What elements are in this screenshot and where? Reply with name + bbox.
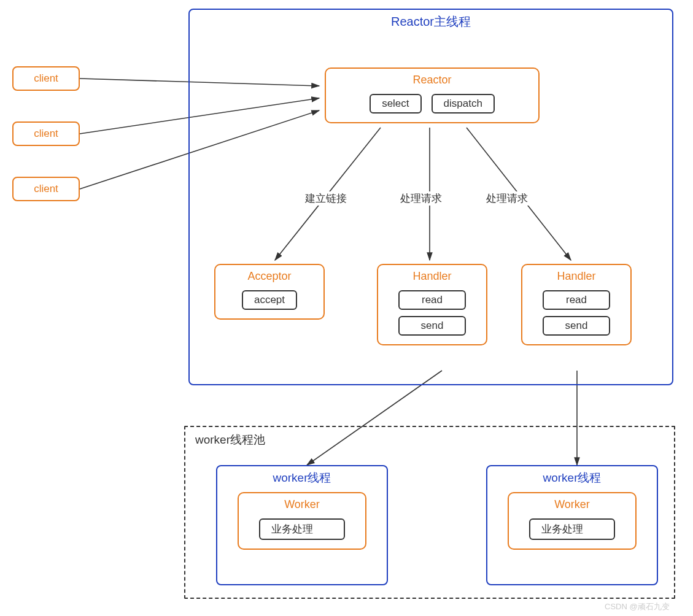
acceptor-group: Acceptor accept xyxy=(214,264,325,320)
worker-thread-2: worker线程 Worker 业务处理 xyxy=(486,465,658,585)
handler-title: Handler xyxy=(557,270,595,283)
client-label: client xyxy=(34,128,58,140)
handler-op-send: send xyxy=(543,316,610,336)
worker-op: 业务处理 xyxy=(259,518,345,540)
handler-op-send: send xyxy=(398,316,466,336)
watermark: CSDN @顽石九变 xyxy=(605,601,670,612)
worker-thread-title: worker线程 xyxy=(273,470,331,486)
client-box-2: client xyxy=(12,121,80,146)
worker-title: Worker xyxy=(554,498,590,511)
acceptor-op-accept: accept xyxy=(242,290,297,310)
reactor-op-dispatch: dispatch xyxy=(432,94,495,114)
worker-group: Worker 业务处理 xyxy=(238,492,366,550)
worker-thread-title: worker线程 xyxy=(543,470,601,486)
client-box-1: client xyxy=(12,66,80,91)
handler-op-read: read xyxy=(398,290,466,310)
worker-thread-1: worker线程 Worker 业务处理 xyxy=(216,465,388,585)
client-box-3: client xyxy=(12,177,80,201)
pool-title: worker线程池 xyxy=(195,432,674,448)
acceptor-title: Acceptor xyxy=(247,270,291,283)
edge-label-process1: 处理请求 xyxy=(399,191,443,206)
reactor-group: Reactor select dispatch xyxy=(325,67,540,123)
handler-group-1: Handler read send xyxy=(377,264,487,345)
worker-pool: worker线程池 worker线程 Worker 业务处理 worker线程 … xyxy=(184,426,675,599)
main-thread-title: Reactor主线程 xyxy=(391,13,471,30)
handler-group-2: Handler read send xyxy=(521,264,632,345)
handler-op-read: read xyxy=(543,290,610,310)
reactor-op-select: select xyxy=(370,94,421,114)
edge-label-process2: 处理请求 xyxy=(485,191,529,206)
client-label: client xyxy=(34,72,58,85)
handler-title: Handler xyxy=(412,270,451,283)
worker-group: Worker 业务处理 xyxy=(508,492,637,550)
worker-op: 业务处理 xyxy=(529,518,615,540)
client-label: client xyxy=(34,183,58,195)
worker-title: Worker xyxy=(284,498,320,511)
edge-label-establish: 建立链接 xyxy=(304,191,348,206)
reactor-title: Reactor xyxy=(412,74,451,87)
